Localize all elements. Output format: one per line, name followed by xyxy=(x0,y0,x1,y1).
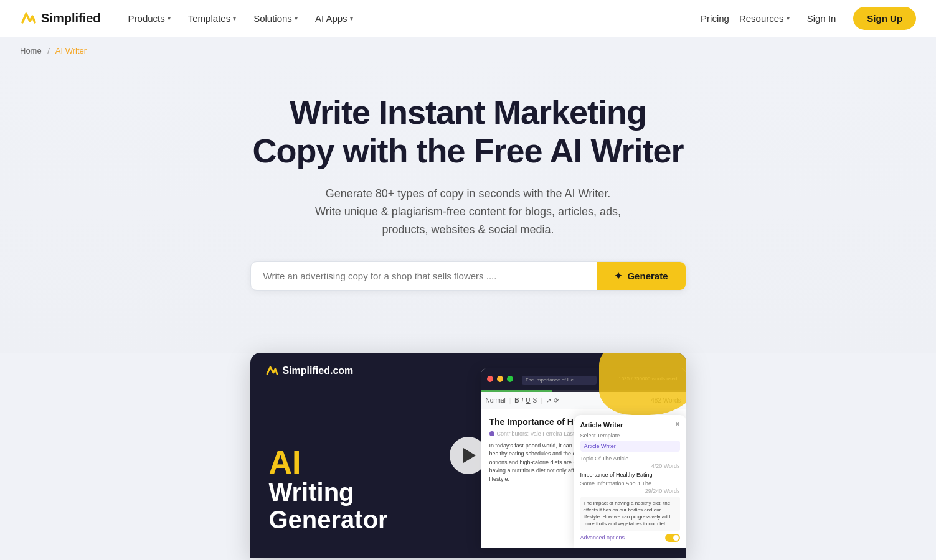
bold-button[interactable]: B xyxy=(514,397,519,404)
ai-panel-topic-label: Topic Of The Article xyxy=(580,455,680,462)
nav-right: Pricing Resources ▾ Sign In Sign Up xyxy=(701,7,916,30)
chevron-down-icon: ▾ xyxy=(295,15,298,22)
ai-panel-topic-row: 4/20 Words xyxy=(580,463,680,469)
signin-button[interactable]: Sign In xyxy=(800,8,844,29)
chevron-down-icon: ▾ xyxy=(787,15,790,22)
simplified-icon xyxy=(20,10,37,27)
play-button[interactable] xyxy=(450,437,487,474)
ai-panel-advanced-options[interactable]: Advanced options xyxy=(580,534,680,542)
undo-button[interactable]: ⟳ xyxy=(554,397,559,404)
generate-button[interactable]: ✦ Generate xyxy=(597,262,685,290)
editor-progress-fill xyxy=(481,390,553,392)
breadcrumb-separator: / xyxy=(47,46,50,55)
nav-pricing[interactable]: Pricing xyxy=(701,13,729,24)
video-section: Simplified.com AI Writing Generator The … xyxy=(0,353,936,558)
hero-subtitle: Generate 80+ types of copy in seconds wi… xyxy=(294,185,643,238)
window-minimize-dot xyxy=(497,376,503,382)
nav-item-resources[interactable]: Resources ▾ xyxy=(739,13,790,24)
yellow-decoration xyxy=(599,353,686,415)
navbar: Simplified Products ▾ Templates ▾ Soluti… xyxy=(0,0,936,37)
search-input[interactable] xyxy=(251,262,597,290)
ai-panel-close-button[interactable]: ✕ xyxy=(675,421,680,429)
strikethrough-button[interactable]: S xyxy=(533,397,537,404)
hero-title: Write Instant Marketing Copy with the Fr… xyxy=(250,93,686,170)
video-brand-label: Simplified.com xyxy=(265,364,354,378)
video-preview: Simplified.com AI Writing Generator The … xyxy=(250,353,686,558)
nav-links: Products ▾ Templates ▾ Solutions ▾ AI Ap… xyxy=(121,8,701,29)
search-bar: ✦ Generate xyxy=(250,261,686,291)
hero-section: Write Instant Marketing Copy with the Fr… xyxy=(0,55,936,353)
link-button[interactable]: ↗ xyxy=(546,397,551,404)
play-triangle-icon xyxy=(463,448,476,463)
video-text: AI Writing Generator xyxy=(269,446,388,533)
ai-panel-info-label: Some Information About The xyxy=(580,480,680,487)
generate-icon: ✦ xyxy=(614,270,622,282)
chevron-down-icon: ▾ xyxy=(233,15,236,22)
ai-panel-body-text: The impact of having a healthy diet, the… xyxy=(580,497,680,531)
ai-panel-template-label: Select Template xyxy=(580,432,680,439)
toggle-knob xyxy=(673,535,679,541)
breadcrumb-current: AI Writer xyxy=(55,46,87,55)
chevron-down-icon: ▾ xyxy=(168,15,171,22)
ai-panel-title: Article Writer ✕ xyxy=(580,421,680,429)
brand-logo[interactable]: Simplified xyxy=(20,10,101,27)
ai-panel-info-count: 29/240 Words xyxy=(645,488,680,494)
breadcrumb: Home / AI Writer xyxy=(0,37,936,55)
editor-file-name: The Importance of He... xyxy=(526,377,578,383)
brand-name: Simplified xyxy=(41,11,101,26)
video-brand-icon xyxy=(265,364,279,378)
window-close-dot xyxy=(487,376,493,382)
nav-item-solutions[interactable]: Solutions ▾ xyxy=(246,8,305,29)
nav-item-ai-apps[interactable]: AI Apps ▾ xyxy=(308,8,361,29)
ai-panel-template-select[interactable]: Article Writer xyxy=(580,441,680,452)
meta-dot xyxy=(489,431,494,436)
ai-panel: Article Writer ✕ Select Template Article… xyxy=(574,415,686,548)
breadcrumb-home[interactable]: Home xyxy=(20,46,42,55)
window-maximize-dot xyxy=(507,376,513,382)
ai-panel-topic-value: Importance of Healthy Eating xyxy=(580,472,680,478)
nav-item-products[interactable]: Products ▾ xyxy=(121,8,178,29)
ai-panel-topic-count: 4/20 Words xyxy=(651,463,680,469)
chevron-down-icon: ▾ xyxy=(350,15,353,22)
advanced-toggle[interactable] xyxy=(665,534,680,542)
nav-item-templates[interactable]: Templates ▾ xyxy=(181,8,243,29)
underline-button[interactable]: U xyxy=(526,397,530,404)
signup-button[interactable]: Sign Up xyxy=(853,7,916,30)
italic-button[interactable]: I xyxy=(522,397,524,404)
ai-panel-info-count-row: 29/240 Words xyxy=(580,488,680,494)
